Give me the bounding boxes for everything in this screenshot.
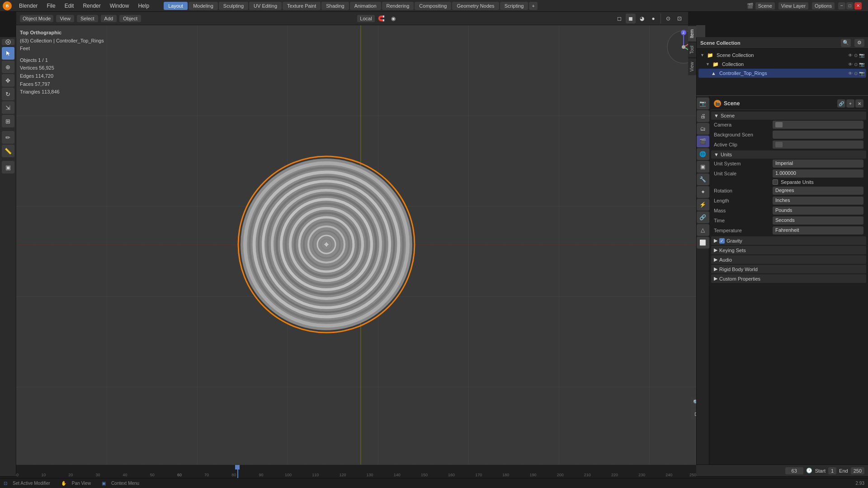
camera-selector[interactable] [773, 121, 863, 129]
maximize-button[interactable]: □ [846, 2, 854, 9]
cursor-tool[interactable]: ⊕ [2, 61, 14, 73]
prop-particles-tab[interactable]: ✦ [697, 186, 709, 198]
viewport-3d[interactable]: Top Orthographic (63) Collection | Contr… [16, 25, 705, 465]
view-layer-selector[interactable]: View Layer [778, 2, 808, 9]
prop-material-tab[interactable]: ⬜ [697, 237, 709, 249]
workspace-sculpting[interactable]: Sculpting [219, 2, 248, 10]
active-clip-selector[interactable] [773, 141, 863, 149]
workspace-shading[interactable]: Shading [321, 2, 349, 10]
pivot-selector[interactable]: Local [357, 15, 374, 22]
menu-file[interactable]: File [43, 2, 59, 10]
eye-icon2[interactable]: 👁 [848, 62, 853, 67]
unit-system-selector[interactable]: Imperial [773, 160, 863, 168]
prop-viewlayer-tab[interactable]: 🗂 [697, 123, 709, 135]
prop-modifier-tab[interactable]: 🔧 [697, 174, 709, 185]
workspace-scripting[interactable]: Scripting [500, 2, 528, 10]
workspace-uv-editing[interactable]: UV Editing [249, 2, 282, 10]
custom-props-header[interactable]: ▶ Custom Properties [711, 274, 866, 283]
scene-delete-button[interactable]: ✕ [855, 99, 863, 108]
gravity-checkbox[interactable]: ✓ [719, 238, 725, 244]
separate-units-checkbox[interactable] [773, 179, 778, 185]
prop-physics-tab[interactable]: ⚡ [697, 199, 709, 211]
prop-render-tab[interactable]: 📷 [697, 98, 709, 109]
snap-toggle[interactable]: 🧲 [377, 14, 387, 23]
rotation-selector[interactable]: Degrees [773, 187, 863, 195]
close-button[interactable]: ✕ [854, 2, 862, 9]
outliner-filter-icon[interactable]: ⚙ [854, 39, 864, 47]
viewport-tab-view[interactable]: View [688, 58, 696, 75]
background-scene-selector[interactable] [773, 131, 863, 139]
prop-output-tab[interactable]: 🖨 [697, 110, 709, 122]
menu-window[interactable]: Window [106, 2, 133, 10]
prop-object-tab[interactable]: ▣ [697, 161, 709, 173]
add-workspace-button[interactable]: + [529, 2, 537, 10]
rigid-body-header[interactable]: ▶ Rigid Body World [711, 265, 866, 273]
viewport-shading-solid[interactable]: ◼ [626, 14, 636, 23]
mode-icon[interactable] [2, 39, 14, 45]
workspace-layout[interactable]: Layout [164, 2, 188, 10]
units-header[interactable]: ▼ Units [711, 150, 866, 159]
prop-world-tab[interactable]: 🌐 [697, 148, 709, 160]
audio-header[interactable]: ▶ Audio [711, 255, 866, 264]
viewport-tab-item[interactable]: Item [688, 25, 696, 42]
keying-sets-header[interactable]: ▶ Keying Sets [711, 246, 866, 254]
timeline-frame-strip[interactable]: 0 10 20 30 40 50 60 70 80 90 100 110 120… [16, 465, 696, 478]
add-cube-tool[interactable]: ▣ [2, 161, 14, 174]
menu-edit[interactable]: Edit [61, 2, 78, 10]
workspace-texture-paint[interactable]: Texture Paint [283, 2, 321, 10]
scene-link-button[interactable]: 🔗 [837, 99, 845, 108]
scene-selector[interactable]: Scene [755, 2, 775, 9]
render-icon2[interactable]: 📷 [859, 62, 864, 67]
viewport-icon[interactable]: ⊙ [854, 53, 858, 58]
add-menu[interactable]: Add [101, 15, 117, 22]
start-frame-field[interactable]: 1 [828, 467, 836, 474]
prop-scene-tab[interactable]: 🎬 [697, 136, 709, 147]
viewport-shading-material[interactable]: ◕ [637, 14, 647, 23]
xray-toggle[interactable]: ⊡ [675, 14, 684, 23]
proportional-edit[interactable]: ◉ [388, 14, 398, 23]
scene-subsection-header[interactable]: ▼ Scene [711, 112, 866, 120]
object-menu[interactable]: Object [119, 15, 141, 22]
tree-item-collection[interactable]: ▼ 📁 Collection 👁 ⊙ 📷 [698, 60, 866, 69]
end-frame-field[interactable]: 250 [851, 467, 864, 474]
unit-scale-field[interactable]: 1.000000 [773, 169, 863, 178]
tree-item-scene-collection[interactable]: ▼ 📁 Scene Collection 👁 ⊙ 📷 [698, 51, 866, 60]
workspace-modeling[interactable]: Modeling [189, 2, 218, 10]
prop-constraints-tab[interactable]: 🔗 [697, 211, 709, 223]
workspace-compositing[interactable]: Compositing [415, 2, 451, 10]
viewport-icon3[interactable]: ⊙ [854, 71, 858, 76]
options-button[interactable]: Options [812, 2, 835, 9]
menu-render[interactable]: Render [79, 2, 104, 10]
measure-tool[interactable]: 📏 [2, 145, 14, 157]
scene-new-button[interactable]: + [846, 99, 854, 108]
mass-selector[interactable]: Pounds [773, 206, 863, 215]
temperature-selector[interactable]: Fahrenheit [773, 226, 863, 235]
transform-tool[interactable]: ⊞ [2, 115, 14, 127]
gravity-header[interactable]: ▶ ✓ Gravity [711, 236, 866, 245]
tree-item-mesh[interactable]: ▲ Controller_Top_Rings 👁 ⊙ 📷 [698, 69, 866, 78]
viewport-tab-tool[interactable]: Tool [688, 42, 696, 57]
select-tool[interactable] [2, 47, 14, 60]
view-menu[interactable]: View [56, 15, 74, 22]
current-frame-field[interactable]: 63 [785, 467, 803, 474]
prop-objectdata-tab[interactable]: △ [697, 224, 709, 236]
viewport-shading-rendered[interactable]: ● [648, 14, 658, 23]
minimize-button[interactable]: − [838, 2, 845, 9]
menu-help[interactable]: Help [134, 2, 153, 10]
workspace-animation[interactable]: Animation [350, 2, 381, 10]
render-icon[interactable]: 📷 [859, 53, 864, 58]
rotate-tool[interactable]: ↻ [2, 88, 14, 100]
overlay-toggle[interactable]: ⊙ [663, 14, 673, 23]
workspace-geometry-nodes[interactable]: Geometry Nodes [452, 2, 499, 10]
select-menu[interactable]: Select [77, 15, 98, 22]
blender-logo[interactable]: B [3, 1, 12, 10]
scale-tool[interactable]: ⇲ [2, 101, 14, 114]
eye-icon[interactable]: 👁 [848, 53, 853, 58]
time-selector[interactable]: Seconds [773, 216, 863, 225]
outliner-search-icon[interactable]: 🔍 [841, 39, 851, 47]
annotate-tool[interactable]: ✏ [2, 131, 14, 144]
menu-blender[interactable]: Blender [15, 2, 41, 10]
eye-icon3[interactable]: 👁 [848, 71, 853, 76]
viewport-icon2[interactable]: ⊙ [854, 62, 858, 67]
render-icon3[interactable]: 📷 [859, 71, 864, 76]
